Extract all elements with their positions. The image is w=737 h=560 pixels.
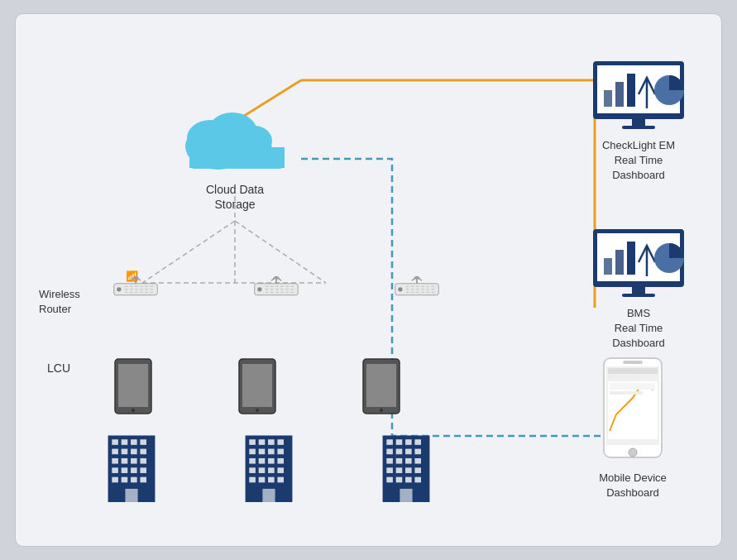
svg-rect-84	[386, 439, 393, 445]
svg-rect-103	[414, 477, 421, 483]
svg-rect-118	[627, 242, 635, 275]
svg-rect-96	[386, 467, 393, 473]
svg-rect-34	[242, 364, 272, 407]
svg-rect-53	[122, 467, 128, 473]
svg-rect-69	[277, 449, 284, 455]
svg-rect-107	[604, 90, 612, 107]
lcu-tablet-1	[112, 357, 154, 415]
svg-rect-127	[608, 368, 658, 374]
building-1	[103, 428, 160, 502]
svg-rect-73	[277, 458, 284, 464]
mobile-dashboard: Mobile Device Dashboard	[587, 357, 678, 500]
svg-rect-67	[259, 449, 266, 455]
svg-rect-10	[189, 159, 285, 169]
svg-rect-102	[405, 477, 412, 483]
svg-rect-55	[140, 467, 146, 473]
svg-rect-108	[615, 82, 624, 107]
svg-rect-99	[414, 467, 421, 473]
svg-point-38	[380, 409, 383, 412]
svg-rect-92	[386, 458, 393, 464]
svg-rect-64	[268, 439, 275, 445]
svg-rect-122	[622, 294, 655, 297]
svg-rect-97	[396, 467, 403, 473]
svg-rect-40	[112, 439, 118, 445]
router-2	[247, 270, 305, 303]
router-icon-1: 📶	[107, 270, 165, 299]
svg-rect-131	[610, 391, 643, 395]
svg-rect-121	[632, 287, 645, 294]
svg-rect-79	[259, 477, 266, 483]
svg-rect-42	[131, 439, 137, 445]
building-2	[240, 428, 298, 502]
svg-rect-78	[249, 477, 256, 483]
svg-rect-129	[608, 381, 658, 439]
cloud-icon	[173, 101, 297, 175]
svg-rect-48	[112, 458, 118, 464]
svg-rect-104	[400, 489, 412, 502]
svg-rect-109	[627, 74, 635, 107]
checklight-label: CheckLight EM Real Time Dashboard	[589, 138, 688, 184]
svg-rect-45	[122, 449, 128, 455]
svg-point-35	[256, 409, 259, 412]
bms-dashboard: BMS Real Time Dashboard	[589, 225, 688, 352]
lcu-row	[112, 357, 402, 415]
svg-rect-89	[396, 449, 403, 455]
mobile-icon	[600, 357, 666, 464]
cloud-label: Cloud Data Storage	[169, 182, 301, 212]
svg-point-126	[629, 448, 637, 457]
svg-rect-66	[249, 449, 256, 455]
router-icon-2	[247, 270, 305, 299]
svg-rect-116	[604, 258, 612, 275]
router-3	[388, 270, 446, 303]
svg-rect-80	[268, 477, 275, 483]
svg-rect-59	[140, 477, 146, 483]
lcu-label: LCU	[47, 361, 70, 375]
svg-rect-117	[615, 250, 624, 275]
svg-rect-57	[122, 477, 128, 483]
svg-rect-85	[396, 439, 403, 445]
svg-rect-93	[396, 458, 403, 464]
svg-rect-60	[125, 489, 137, 502]
svg-rect-44	[112, 449, 118, 455]
svg-rect-41	[122, 439, 128, 445]
svg-rect-100	[386, 477, 393, 483]
svg-point-19	[257, 287, 261, 291]
mobile-device-label: Mobile Device Dashboard	[587, 471, 678, 500]
wireless-router-label: WirelessRouter	[39, 287, 80, 317]
svg-rect-31	[118, 364, 148, 407]
svg-rect-74	[249, 467, 256, 473]
checklight-dashboard: CheckLight EM Real Time Dashboard	[589, 57, 688, 184]
svg-rect-71	[259, 458, 266, 464]
building-row	[103, 428, 435, 502]
monitor-top-icon	[589, 57, 688, 132]
svg-rect-125	[623, 361, 643, 364]
svg-rect-70	[249, 458, 256, 464]
svg-rect-87	[414, 439, 421, 445]
bms-label: BMS Real Time Dashboard	[589, 306, 688, 352]
building-3	[377, 428, 435, 502]
svg-point-32	[132, 409, 135, 412]
svg-rect-47	[140, 449, 146, 455]
svg-rect-98	[405, 467, 412, 473]
svg-rect-52	[112, 467, 118, 473]
svg-rect-101	[396, 477, 403, 483]
svg-rect-76	[268, 467, 275, 473]
svg-rect-43	[140, 439, 146, 445]
svg-rect-128	[608, 375, 641, 379]
svg-rect-130	[610, 383, 655, 390]
svg-rect-88	[386, 449, 393, 455]
svg-rect-54	[131, 467, 137, 473]
svg-rect-51	[140, 458, 146, 464]
svg-rect-63	[259, 439, 266, 445]
router-icon-3	[388, 270, 446, 299]
svg-rect-86	[405, 439, 412, 445]
svg-rect-81	[277, 477, 284, 483]
svg-rect-72	[268, 458, 275, 464]
cloud-storage: Cloud Data Storage	[169, 101, 301, 212]
svg-rect-58	[131, 477, 137, 483]
router-row: 📶	[107, 270, 446, 303]
svg-rect-37	[366, 364, 396, 407]
svg-rect-49	[122, 458, 128, 464]
lcu-tablet-3	[361, 357, 402, 415]
svg-rect-90	[405, 449, 412, 455]
